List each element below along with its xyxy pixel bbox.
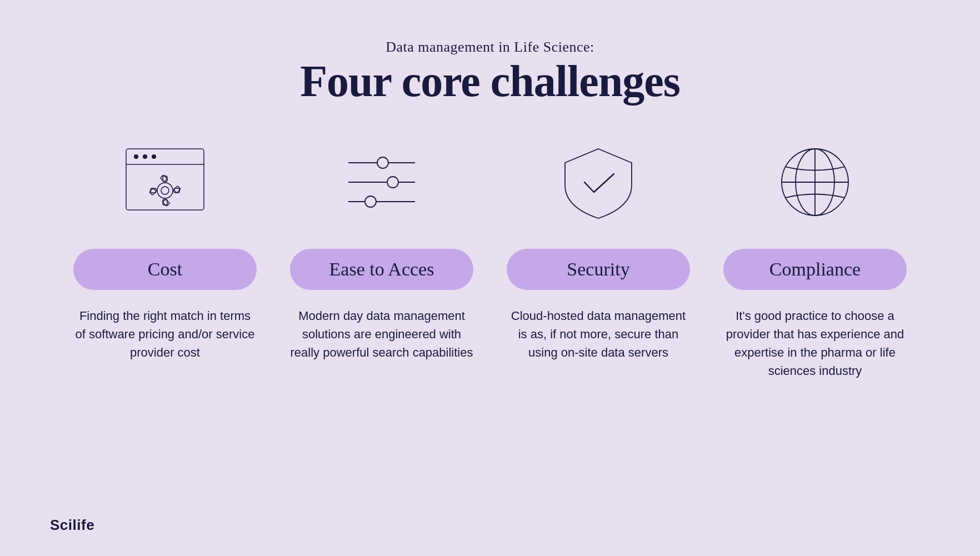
label-badge-security: Security	[507, 249, 690, 290]
card-security: Security Cloud-hosted data management is…	[490, 138, 707, 362]
card-ease-access: Ease to Acces Modern day data management…	[273, 138, 490, 362]
svg-point-3	[143, 154, 147, 159]
description-compliance: It's good practice to choose a provider …	[723, 307, 907, 380]
label-compliance: Compliance	[769, 259, 861, 279]
icon-area-security	[554, 138, 643, 227]
browser-gear-icon	[121, 143, 209, 221]
label-ease: Ease to Acces	[329, 259, 434, 279]
cards-container: Cost Finding the right match in terms of…	[57, 138, 923, 380]
page-title: Four core challenges	[300, 58, 680, 104]
page-subtitle: Data management in Life Science:	[300, 39, 680, 56]
svg-point-18	[387, 177, 398, 188]
sliders-icon	[337, 143, 426, 221]
shield-check-icon	[554, 143, 643, 221]
svg-point-5	[157, 183, 173, 198]
globe-icon	[771, 143, 859, 221]
description-cost: Finding the right match in terms of soft…	[73, 307, 257, 362]
header-section: Data management in Life Science: Four co…	[300, 39, 680, 104]
card-compliance: Compliance It's good practice to choose …	[707, 138, 923, 380]
label-badge-ease: Ease to Acces	[290, 249, 473, 290]
description-security: Cloud-hosted data management is as, if n…	[507, 307, 690, 362]
card-cost: Cost Finding the right match in terms of…	[57, 138, 273, 362]
label-badge-compliance: Compliance	[723, 249, 907, 290]
icon-area-compliance	[771, 138, 859, 227]
icon-area-ease	[337, 138, 426, 227]
description-ease: Modern day data management solutions are…	[290, 307, 473, 362]
label-security: Security	[567, 259, 629, 279]
svg-point-4	[152, 154, 156, 159]
brand-label: Scilife	[50, 517, 94, 534]
label-cost: Cost	[148, 259, 182, 279]
svg-point-6	[161, 187, 169, 194]
page-wrapper: Data management in Life Science: Four co…	[0, 0, 980, 556]
svg-point-20	[365, 196, 376, 207]
label-badge-cost: Cost	[73, 249, 257, 290]
svg-point-16	[377, 157, 388, 168]
icon-area-cost	[121, 138, 209, 227]
svg-point-2	[134, 154, 138, 159]
